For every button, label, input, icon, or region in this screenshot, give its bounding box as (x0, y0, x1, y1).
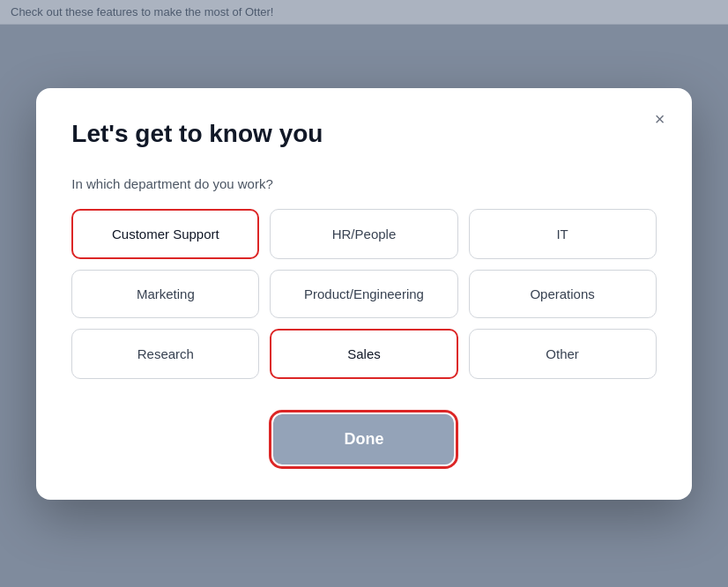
department-question: In which department do you work? (71, 176, 656, 191)
done-button-wrapper: Done (71, 414, 656, 464)
dept-btn-research[interactable]: Research (71, 329, 259, 379)
modal-title: Let's get to know you (71, 120, 656, 148)
dept-btn-product-engineering[interactable]: Product/Engineering (270, 270, 457, 318)
dept-btn-sales[interactable]: Sales (270, 329, 457, 379)
dept-btn-hr-people[interactable]: HR/People (270, 209, 457, 259)
close-icon: × (655, 109, 665, 130)
dept-btn-customer-support[interactable]: Customer Support (71, 209, 259, 259)
departments-grid: Customer SupportHR/PeopleITMarketingProd… (71, 209, 656, 379)
dept-btn-marketing[interactable]: Marketing (71, 270, 259, 318)
done-button[interactable]: Done (273, 414, 454, 464)
dept-btn-it[interactable]: IT (469, 209, 657, 259)
close-button[interactable]: × (646, 106, 674, 134)
modal: × Let's get to know you In which departm… (36, 88, 691, 500)
dept-btn-other[interactable]: Other (469, 329, 657, 379)
modal-overlay: × Let's get to know you In which departm… (0, 0, 728, 587)
dept-btn-operations[interactable]: Operations (469, 270, 657, 318)
